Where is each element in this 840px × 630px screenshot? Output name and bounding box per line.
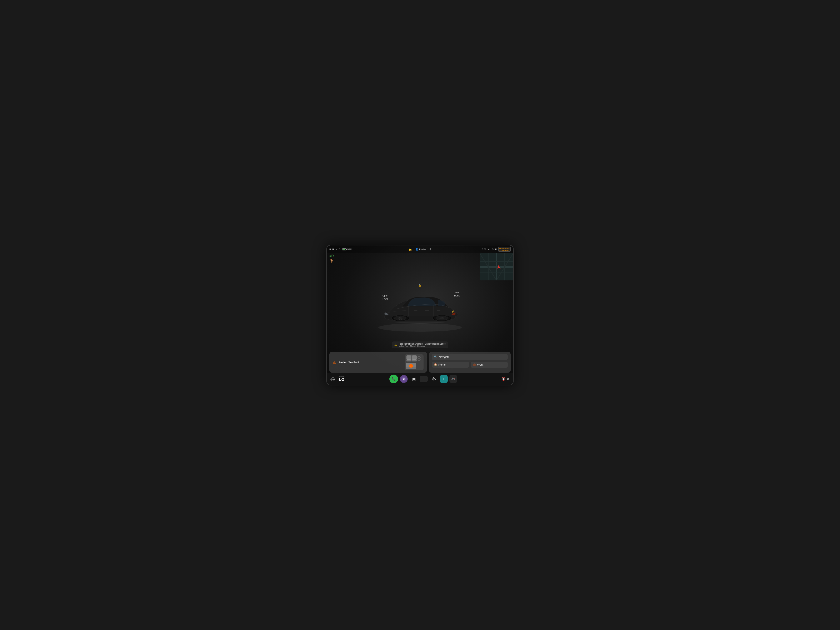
work-label: Work xyxy=(477,363,483,366)
svg-point-55 xyxy=(333,379,335,381)
home-shortcut[interactable]: 🏠 Home xyxy=(432,362,469,368)
navigate-card: 🔍 Navigate 🏠 Home 💼 Work xyxy=(429,352,511,373)
mute-x: ✕ xyxy=(507,377,509,381)
phone-icon: 📞 xyxy=(392,377,396,381)
bottom-cards: ⚠ Fasten Seatbelt xyxy=(329,352,511,373)
fan-up-arrow[interactable]: › xyxy=(345,377,346,381)
svg-rect-15 xyxy=(414,310,417,311)
charging-alert-line2: Mobile App > Menu > Charging xyxy=(399,345,445,347)
airbag-warning: PASSENGER AIRBAG OFF xyxy=(498,247,511,252)
svg-rect-45 xyxy=(412,355,417,360)
open-trunk-line1: Open xyxy=(454,291,459,294)
svg-text:⚡: ⚡ xyxy=(451,310,455,313)
open-frunk-button[interactable]: Open Frunk xyxy=(382,294,388,301)
menu-button[interactable]: ▣ xyxy=(409,374,418,383)
seat-diagram: ! xyxy=(405,354,423,370)
warning-icons: ≡D 🪑 xyxy=(329,254,334,263)
status-bar: P R N D 56% 🔓 👤 Profile ⬇ 3:01 pm 8 xyxy=(327,245,513,253)
open-trunk-line2: Trunk xyxy=(454,294,459,297)
navigate-search-icon: 🔍 xyxy=(434,355,437,358)
frunk-line xyxy=(397,296,410,296)
tesla-t-icon: T xyxy=(443,377,445,381)
battery-percent: 56% xyxy=(347,248,352,251)
volume-mute-icon[interactable]: 🔇 xyxy=(502,377,505,381)
games-button[interactable]: 🎮 xyxy=(449,375,457,383)
fan-mode-label: Manual xyxy=(339,376,344,377)
svg-rect-47 xyxy=(411,355,412,362)
media-icon: ◉ xyxy=(403,377,405,381)
more-icon: ··· xyxy=(423,378,425,380)
work-icon: 💼 xyxy=(473,363,476,366)
fan-speed-value: LO xyxy=(339,377,344,382)
svg-point-53 xyxy=(418,358,420,359)
charging-alert-icon: ⚠ xyxy=(395,343,397,346)
svg-rect-46 xyxy=(412,359,417,362)
svg-rect-17 xyxy=(437,310,441,311)
open-frunk-line1: Open xyxy=(382,294,388,297)
seatbelt-card: ⚠ Fasten Seatbelt xyxy=(329,352,427,373)
fan-speed-display: Manual LO xyxy=(339,376,344,382)
fan-down-arrow[interactable]: ‹ xyxy=(338,377,338,381)
car-container: Open Frunk Open Trunk 🔓 xyxy=(368,278,472,336)
svg-rect-44 xyxy=(406,359,411,362)
car-svg-illustration: ⚡ xyxy=(368,282,472,334)
status-left: P R N D 56% xyxy=(329,248,482,251)
profile-button[interactable]: 👤 Profile xyxy=(415,248,426,251)
status-right: 3:01 pm 84°F PASSENGER AIRBAG OFF xyxy=(482,247,511,252)
svg-point-11 xyxy=(378,323,462,332)
navigate-search[interactable]: 🔍 Navigate xyxy=(432,354,508,360)
taskbar: ‹ Manual LO › 📞 ◉ ▣ xyxy=(327,373,513,385)
airbag-line1: PASSENGER xyxy=(499,247,510,249)
tesla-screen: P R N D 56% 🔓 👤 Profile ⬇ 3:01 pm 8 xyxy=(326,245,514,385)
svg-text:!: ! xyxy=(411,365,411,367)
arcade-button[interactable]: 🕹 xyxy=(429,374,438,383)
more-button[interactable]: ··· xyxy=(420,376,428,382)
lock-icon[interactable]: 🔓 xyxy=(409,248,412,251)
prnd-indicator: P R N D xyxy=(329,248,341,251)
temperature: 84°F xyxy=(492,248,496,251)
phone-button[interactable]: 📞 xyxy=(389,374,398,383)
home-label: Home xyxy=(438,363,445,366)
vol-prev-arrow[interactable]: ‹ xyxy=(499,377,500,381)
seat-svg: ! xyxy=(405,354,423,370)
taskbar-right: ‹ 🔇 ✕ › xyxy=(499,377,512,381)
battery-icon xyxy=(342,248,346,250)
battery-indicator: 56% xyxy=(342,248,352,251)
svg-point-54 xyxy=(331,379,332,381)
charging-alert-text: Paid charging unavailable – Check unpaid… xyxy=(399,343,445,347)
taskbar-center: 📞 ◉ ▣ ··· 🕹 xyxy=(348,374,499,383)
headlight-warning-icon: ≡D xyxy=(329,254,334,258)
vol-next-arrow[interactable]: › xyxy=(511,377,512,381)
svg-rect-16 xyxy=(425,310,429,311)
seatbelt-alert-icon: ⚠ xyxy=(333,360,336,365)
work-shortcut[interactable]: 💼 Work xyxy=(471,362,508,368)
home-icon: 🏠 xyxy=(434,363,437,366)
charging-alert: ⚠ Paid charging unavailable – Check unpa… xyxy=(392,341,448,348)
taskbar-car-button[interactable] xyxy=(328,375,337,383)
charging-alert-line1: Paid charging unavailable – Check unpaid… xyxy=(399,343,445,345)
profile-icon: 👤 xyxy=(415,248,418,251)
status-center: 🔓 👤 Profile ⬇ xyxy=(409,248,431,251)
car-area: Open Frunk Open Trunk 🔓 xyxy=(327,262,513,352)
open-frunk-line2: Frunk xyxy=(382,297,388,300)
navigate-label: Navigate xyxy=(439,355,449,358)
joystick-icon: 🕹 xyxy=(432,376,436,381)
seatbelt-label: Fasten Seatbelt xyxy=(338,361,359,364)
svg-rect-43 xyxy=(406,355,411,360)
navigate-shortcuts: 🏠 Home 💼 Work xyxy=(432,362,508,368)
trunk-unlock-icon[interactable]: 🔓 xyxy=(418,283,422,287)
airbag-line2: AIRBAG OFF xyxy=(499,249,510,251)
open-trunk-button[interactable]: Open Trunk xyxy=(454,291,459,297)
tesla-app-button[interactable]: T xyxy=(440,375,448,383)
profile-label: Profile xyxy=(419,248,426,251)
games-icon: 🎮 xyxy=(451,377,455,381)
clock: 3:01 pm xyxy=(482,248,490,251)
fan-control: ‹ Manual LO › xyxy=(338,376,346,382)
car-icon xyxy=(330,377,336,381)
main-display: P R N D 56% 🔓 👤 Profile ⬇ 3:01 pm 8 xyxy=(327,245,513,385)
download-icon[interactable]: ⬇ xyxy=(429,248,431,251)
battery-fill xyxy=(343,249,345,250)
menu-icon: ▣ xyxy=(412,376,416,382)
media-button[interactable]: ◉ xyxy=(400,375,408,383)
